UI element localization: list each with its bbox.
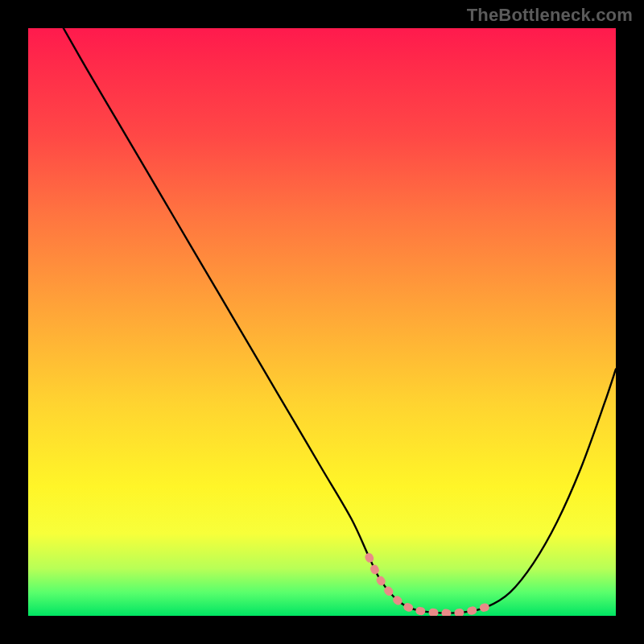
plot-area xyxy=(28,28,616,616)
bottleneck-curve xyxy=(64,28,616,613)
curve-svg xyxy=(28,28,616,616)
watermark-text: TheBottleneck.com xyxy=(467,5,633,26)
optimal-region-highlight xyxy=(369,557,486,613)
chart-frame: TheBottleneck.com xyxy=(0,0,644,644)
